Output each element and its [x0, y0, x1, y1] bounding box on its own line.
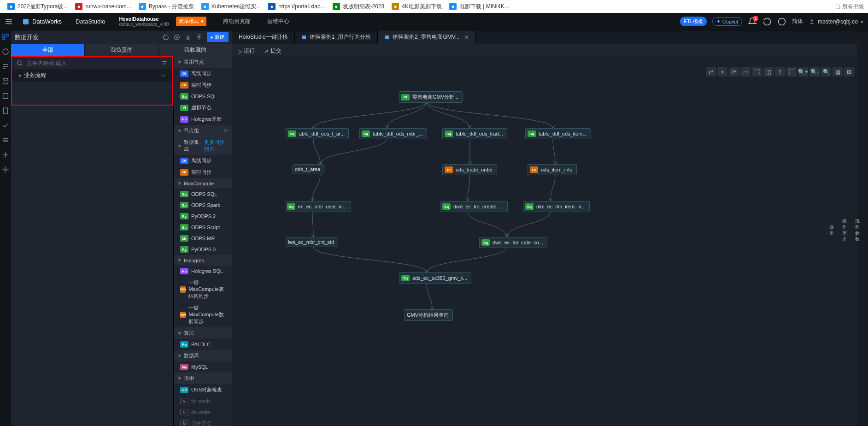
palette-group-header[interactable]: ▾Hologres [174, 255, 232, 266]
bookmark-item[interactable]: ●发版明细表-2023 [329, 1, 388, 12]
import-icon[interactable] [185, 34, 191, 41]
flow-node[interactable]: Sqtable_ddl_ods_item... [525, 128, 591, 139]
palette-item[interactable]: 归归并节点 [174, 418, 232, 426]
tool-layout-icon[interactable]: ▭ [740, 67, 751, 77]
tool-swap-icon[interactable]: ⇄ [706, 67, 716, 77]
bookmark-item[interactable]: ●runwu-base-com... [71, 1, 135, 12]
flow-node[interactable]: ods_t_area [293, 164, 324, 174]
palette-item[interactable]: fefor-each [174, 396, 232, 407]
tool-fit-icon[interactable]: ⛶ [752, 67, 762, 77]
palette-group-header[interactable]: ▾节点组⟳ [174, 125, 232, 136]
filter-icon[interactable] [161, 60, 168, 66]
flow-canvas[interactable]: ⇄ ⌖ ⟳ ▭ ⛶ ◫ ⇪ ⛶ 🔍+ 🔍- 🔍 ▤ ⊞ Vi零售电商GMV分析.… [232, 58, 868, 426]
right-rail-history[interactable]: 操作历史 [842, 218, 847, 242]
tool-minimap-icon[interactable]: ▤ [833, 67, 843, 77]
palette-item[interactable]: SqODPS SQL [174, 91, 232, 102]
palette-item[interactable]: OSOSS对象检查 [174, 384, 232, 396]
palette-item[interactable]: MrODPS MR [174, 233, 232, 244]
palette-group-header[interactable]: ▾数据集成更多同步能力 [174, 136, 232, 155]
right-rail-flow-params[interactable]: 流程参数 [855, 218, 860, 242]
editor-tab[interactable]: 体验案例2_零售电商GMV...✕ [378, 30, 476, 44]
palette-item[interactable]: PaPAI DLC [174, 339, 232, 350]
help-icon[interactable] [777, 17, 786, 26]
flow-node[interactable]: Sqtable_ddl_ods_mbr_... [359, 128, 427, 139]
flow-node[interactable]: Sqdwd_ec_trd_create_... [440, 201, 508, 212]
flow-node[interactable]: Diods_item_info [528, 164, 577, 175]
etl-template-badge[interactable]: ETL模板 [680, 17, 707, 26]
editor-tab[interactable]: 体验案例1_用户行为分析 [295, 30, 378, 44]
tool-search-icon[interactable]: 🔍 [821, 67, 831, 77]
palette-group-header[interactable]: ▾算法 [174, 327, 232, 339]
bookmark-item[interactable]: ●Bypass - 分流抢票 [135, 1, 198, 12]
right-rail-version[interactable]: 版本 [829, 224, 834, 236]
palette-item[interactable]: Ndo-while [174, 407, 232, 418]
rail-icon-10[interactable] [2, 166, 9, 173]
tool-refresh-icon[interactable]: ⟳ [729, 67, 739, 77]
refresh-icon[interactable] [163, 34, 169, 41]
bookmark-item[interactable]: ●Kubernetes运维实... [198, 1, 264, 12]
palette-item[interactable]: Ri实时同步 [174, 166, 232, 178]
flow-node[interactable]: Sqads_ec_ec360_gmv_k... [399, 272, 471, 284]
workspace-info[interactable]: HevolDatahouse default_workspace_vhf0 [119, 16, 169, 27]
flow-node[interactable]: Vi零售电商GMV分析... [399, 91, 463, 103]
palette-item[interactable]: Di离线同步 [174, 155, 232, 166]
mode-badge[interactable]: 简单模式▾ [176, 17, 206, 26]
plus-circle-icon[interactable] [174, 34, 180, 41]
rail-icon-6[interactable] [2, 107, 9, 114]
refresh-icon[interactable] [762, 17, 772, 26]
flow-node[interactable]: GMV分析结果查询 [405, 309, 453, 321]
palette-group-header[interactable]: ▾MaxCompute [174, 178, 232, 189]
search-input[interactable] [27, 60, 158, 66]
copilot-button[interactable]: ✦Copilot [712, 17, 742, 26]
rail-icon-5[interactable] [2, 92, 9, 100]
rail-icon-1[interactable] [2, 33, 9, 41]
tree-root-business-flow[interactable]: ▾业务流程 ⟳ [12, 69, 172, 82]
rail-icon-4[interactable] [2, 77, 9, 85]
new-button[interactable]: +新建 [207, 32, 229, 42]
bookmarks-all[interactable]: ▢所有书签 [835, 3, 864, 11]
palette-item[interactable]: SpODPS Spark [174, 200, 232, 211]
palette-item[interactable]: MyMySQL [174, 361, 232, 373]
palette-item[interactable]: SqODPS SQL [174, 189, 232, 200]
hamburger-icon[interactable] [5, 18, 13, 26]
language-toggle[interactable]: 简体 [792, 18, 803, 25]
close-icon[interactable]: ✕ [464, 34, 469, 41]
app-brand[interactable]: DataWorks [22, 18, 62, 25]
run-button[interactable]: ▷运行 [238, 47, 255, 55]
palette-item[interactable]: Ow一键MaxCompute表结构同步 [174, 277, 232, 302]
export-icon[interactable] [196, 34, 202, 41]
flow-node[interactable]: Sqim_ec_mbr_user_in... [285, 201, 351, 212]
bookmark-item[interactable]: ●4K电影美剧下载 [388, 1, 446, 12]
palette-item[interactable]: Di离线同步 [174, 68, 232, 79]
flow-node[interactable]: Sqable_ddl_ods_t_ar... [286, 128, 349, 139]
bookmark-item[interactable]: ●2022最新Typora破... [4, 1, 71, 12]
rail-icon-8[interactable] [2, 136, 9, 144]
palette-item[interactable]: Ow一键MaxCompute数据同步 [174, 302, 232, 327]
tool-fullscreen-icon[interactable]: ⛶ [786, 67, 797, 77]
nav-link[interactable]: 跨项目克隆 [223, 18, 251, 25]
tab-fav[interactable]: 我收藏的 [158, 44, 232, 56]
user-menu[interactable]: master@sqbj.co▾ [809, 18, 863, 25]
rail-icon-2[interactable] [2, 48, 9, 55]
rail-icon-9[interactable] [2, 151, 9, 159]
bell-icon[interactable]: 1 [748, 17, 757, 26]
nav-link[interactable]: 运维中心 [267, 18, 289, 25]
palette-item[interactable]: HoHologres SQL [174, 266, 232, 277]
rail-icon-7[interactable] [2, 122, 9, 129]
palette-item[interactable]: Vi虚拟节点 [174, 102, 232, 113]
flow-node[interactable]: lws_ec_mbr_cnt_std [286, 237, 338, 247]
flow-node[interactable]: Sqtable_ddl_ods_trad... [442, 128, 507, 139]
tool-select-icon[interactable]: ◫ [763, 67, 774, 77]
editor-tab[interactable]: HoloStudio一键迁移 [232, 30, 295, 44]
rail-icon-3[interactable] [2, 63, 9, 70]
flow-node[interactable]: Sqdws_ec_trd_cate_co... [479, 237, 547, 248]
tool-locate-icon[interactable]: ⌖ [717, 67, 727, 77]
submit-button[interactable]: ↗提交 [264, 47, 282, 55]
palette-item[interactable]: ScODPS Script [174, 222, 232, 233]
bookmark-item[interactable]: ●电影下载 | MINI4K... [446, 1, 513, 12]
app-section[interactable]: DataStudio [76, 18, 105, 25]
flow-node[interactable]: Diods_trade_order [442, 164, 497, 175]
flow-node[interactable]: Sqdim_ec_itm_item_in... [523, 201, 590, 212]
bookmark-item[interactable]: ●https://portal.xiao... [264, 1, 328, 12]
palette-item[interactable]: Ri实时同步 [174, 79, 232, 91]
